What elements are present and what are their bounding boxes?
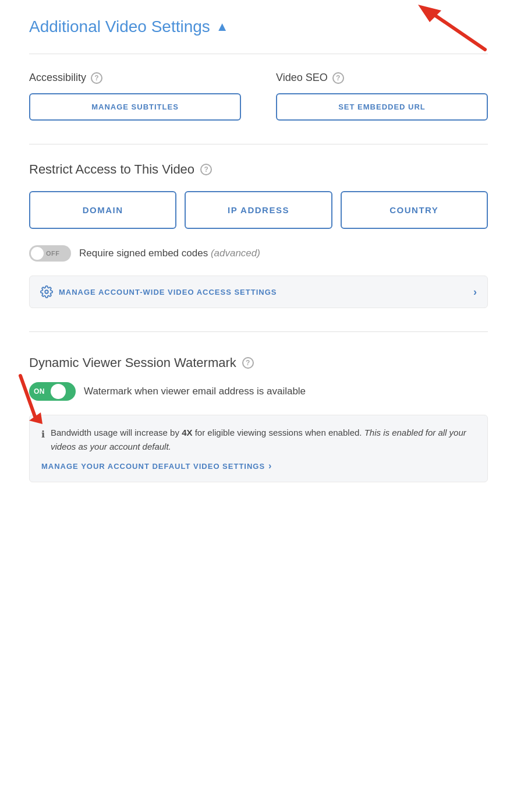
toggle-on-knob xyxy=(51,384,66,399)
toggle-knob xyxy=(31,247,44,260)
restrict-access-help-icon[interactable]: ? xyxy=(200,164,212,175)
info-circle-icon: ℹ xyxy=(41,427,45,454)
signed-embed-toggle[interactable]: OFF xyxy=(29,245,71,262)
info-text-before: Bandwidth usage will increase by xyxy=(51,428,182,437)
signed-embed-description: Require signed embed codes (advanced) xyxy=(79,248,260,259)
svg-line-0 xyxy=(430,12,485,50)
watermark-toggle[interactable]: ON xyxy=(29,382,76,401)
signed-embed-advanced: (advanced) xyxy=(211,248,260,259)
additional-settings-title: Additional Video Settings xyxy=(29,17,210,36)
arrow-annotation-top xyxy=(395,0,488,52)
dynamic-watermark-title: Dynamic Viewer Session Watermark xyxy=(29,355,236,370)
manage-default-chevron-icon: › xyxy=(268,461,272,471)
toggle-on-label: ON xyxy=(34,387,45,396)
accessibility-help-icon[interactable]: ? xyxy=(91,72,102,84)
info-text-after: for eligible viewing sessions when enabl… xyxy=(192,428,364,437)
accessibility-label: Accessibility xyxy=(29,72,86,84)
video-seo-help-icon[interactable]: ? xyxy=(332,72,344,84)
section-divider-1 xyxy=(29,54,488,54)
manage-subtitles-button[interactable]: MANAGE SUBTITLES xyxy=(29,93,241,121)
svg-point-2 xyxy=(45,290,48,294)
toggle-off-label: OFF xyxy=(46,250,60,257)
section-divider-3 xyxy=(29,331,488,332)
manage-access-settings-bar[interactable]: MANAGE ACCOUNT-WIDE VIDEO ACCESS SETTING… xyxy=(29,276,488,308)
domain-button[interactable]: DOMAIN xyxy=(29,191,176,229)
info-4x-bold: 4X xyxy=(182,428,192,437)
manage-default-settings-link[interactable]: MANAGE YOUR ACCOUNT DEFAULT VIDEO SETTIN… xyxy=(41,461,476,471)
ip-address-button[interactable]: IP ADDRESS xyxy=(185,191,332,229)
bandwidth-info-box: ℹ Bandwidth usage will increase by 4X fo… xyxy=(29,415,488,482)
dynamic-watermark-help-icon[interactable]: ? xyxy=(242,357,254,369)
watermark-description: Watermark when viewer email address is a… xyxy=(84,386,306,397)
restrict-access-title: Restrict Access to This Video xyxy=(29,162,194,177)
section-divider-2 xyxy=(29,144,488,144)
manage-access-chevron-icon: › xyxy=(473,286,477,298)
video-seo-label: Video SEO xyxy=(276,72,328,84)
manage-access-link-text: MANAGE ACCOUNT-WIDE VIDEO ACCESS SETTING… xyxy=(59,288,277,296)
gear-icon xyxy=(40,285,53,298)
svg-marker-1 xyxy=(418,5,441,22)
country-button[interactable]: COUNTRY xyxy=(341,191,488,229)
collapse-chevron-icon[interactable]: ▲ xyxy=(216,19,229,34)
set-embedded-url-button[interactable]: SET EMBEDDED URL xyxy=(276,93,488,121)
